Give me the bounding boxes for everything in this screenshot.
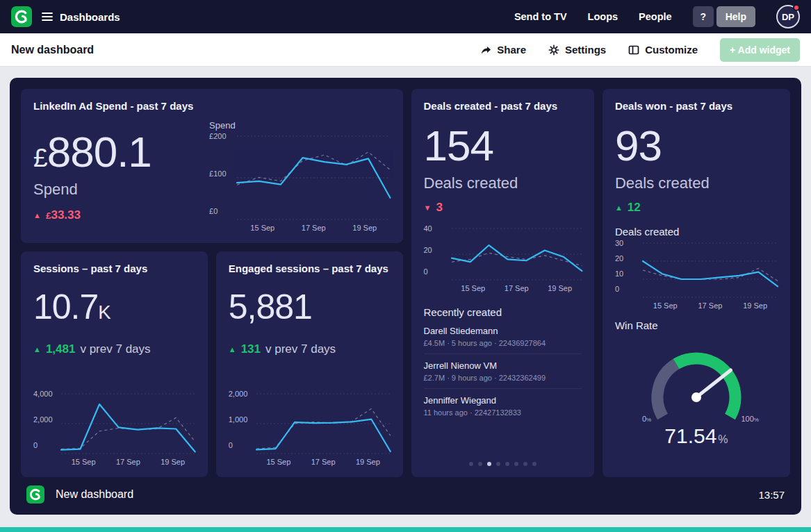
- widget-deals-created[interactable]: Deals created - past 7 days 154 Deals cr…: [411, 89, 594, 477]
- canvas: LinkedIn Ad Spend - past 7 days £880.1 S…: [0, 67, 811, 527]
- nav-people[interactable]: People: [639, 11, 672, 22]
- series-line: [61, 404, 195, 451]
- page-dot[interactable]: [505, 462, 509, 466]
- deals-created-chart: 4020015 Sep17 Sep19 Sep: [424, 228, 582, 292]
- share-label: Share: [497, 44, 526, 56]
- customize-button[interactable]: Customize: [628, 44, 698, 56]
- deals-created-delta: ▼ 3: [424, 201, 582, 215]
- toolbar-actions: Share Settings Customize + Add widget: [480, 38, 800, 62]
- arrow-up-icon: ▲: [33, 345, 41, 354]
- widget-title: Sessions – past 7 days: [33, 263, 195, 274]
- share-icon: [480, 44, 491, 56]
- chart-label: Spend: [209, 120, 390, 131]
- recently-created-heading: Recently created: [424, 306, 582, 318]
- chart-y-axis: 3020100: [615, 243, 643, 297]
- linkedin-spend-chart: £200£100£015 Sep17 Sep19 Sep: [209, 136, 390, 232]
- list-item[interactable]: Jerrell Nienow VM £2.7M · 9 hours ago · …: [424, 354, 582, 389]
- add-widget-button[interactable]: + Add widget: [720, 38, 800, 62]
- chart-y-axis: 2,0001,0000: [229, 394, 256, 454]
- gauge-min-label: 0%: [642, 415, 651, 423]
- page-dot[interactable]: [478, 462, 482, 466]
- arrow-down-icon: ▼: [424, 203, 432, 212]
- dashboards-menu-label: Dashboards: [60, 11, 120, 23]
- widget-grid: LinkedIn Ad Spend - past 7 days £880.1 S…: [21, 89, 790, 477]
- nav-left: Dashboards: [11, 6, 120, 27]
- chart-x-axis: 15 Sep17 Sep19 Sep: [424, 284, 582, 292]
- chart-plot: [256, 394, 391, 454]
- series-line: [256, 419, 391, 451]
- linkedin-chart-block: Spend £200£100£015 Sep17 Sep19 Sep: [209, 120, 390, 232]
- linkedin-body: £880.1 Spend ▲ £33.33 Spend £200£100£015…: [33, 112, 391, 232]
- hamburger-icon: [42, 11, 53, 23]
- settings-label: Settings: [565, 44, 606, 56]
- share-button[interactable]: Share: [480, 44, 526, 56]
- chart-plot: [237, 136, 390, 219]
- arrow-up-icon: ▲: [229, 345, 236, 354]
- chart-x-axis: 15 Sep17 Sep19 Sep: [229, 458, 391, 466]
- avatar-initials: DP: [782, 12, 794, 22]
- page-dot[interactable]: [496, 462, 500, 466]
- sessions-chart: 4,0002,000015 Sep17 Sep19 Sep: [33, 394, 195, 466]
- deals-won-label: Deals created: [615, 174, 778, 192]
- avatar[interactable]: DP: [776, 5, 800, 28]
- deals-created-label: Deals created: [424, 174, 582, 192]
- engaged-value: 5,881: [229, 290, 391, 324]
- widget-linkedin-ad-spend[interactable]: LinkedIn Ad Spend - past 7 days £880.1 S…: [21, 89, 403, 243]
- page-dot[interactable]: [487, 462, 491, 466]
- widget-deals-won[interactable]: Deals won - past 7 days 93 Deals created…: [603, 89, 790, 477]
- nav-right: Send to TV Loops People ? Help DP: [514, 5, 800, 28]
- customize-icon: [628, 44, 639, 56]
- chart-plot: [61, 394, 195, 454]
- page-dot[interactable]: [514, 462, 518, 466]
- unit-suffix: K: [98, 301, 110, 323]
- chart-plot: [643, 243, 778, 297]
- settings-button[interactable]: Settings: [548, 44, 606, 56]
- customize-label: Customize: [645, 44, 698, 56]
- comparison-line: [61, 417, 195, 449]
- widget-engaged-sessions[interactable]: Engaged sessions – past 7 days 5,881 ▲ 1…: [216, 251, 403, 477]
- page-dot[interactable]: [532, 462, 536, 466]
- dashboard-toolbar: New dashboard Share Settings Customize +…: [0, 33, 811, 67]
- board-footer: New dashboard 13:57: [21, 477, 790, 504]
- board-footer-title: New dashboard: [56, 488, 133, 501]
- currency-symbol: £: [33, 143, 47, 172]
- geckoboard-logo-icon[interactable]: [11, 6, 32, 27]
- dashboards-menu-button[interactable]: Dashboards: [42, 11, 120, 23]
- spend-label: Spend: [33, 181, 194, 199]
- nav-loops[interactable]: Loops: [588, 11, 619, 22]
- widget-title: Deals created - past 7 days: [424, 100, 582, 112]
- chart-x-axis: 15 Sep17 Sep19 Sep: [209, 224, 390, 232]
- help-question-button[interactable]: ?: [693, 6, 714, 27]
- help-group: ? Help: [693, 6, 755, 27]
- deals-won-delta: ▲ 12: [615, 201, 778, 215]
- notification-dot: [793, 4, 800, 11]
- sessions-value: 10.7K: [33, 290, 195, 324]
- deals-won-value: 93: [615, 124, 778, 167]
- widget-sessions[interactable]: Sessions – past 7 days 10.7K ▲ 1,481 v p…: [21, 251, 208, 477]
- chart-plot: [452, 228, 582, 280]
- win-rate-value: 71.54%: [615, 424, 778, 448]
- engaged-sessions-chart: 2,0001,000015 Sep17 Sep19 Sep: [229, 394, 391, 466]
- engaged-delta: ▲ 131 v prev 7 days: [229, 342, 391, 356]
- page-dot[interactable]: [469, 462, 473, 466]
- widget-title: Engaged sessions – past 7 days: [229, 263, 391, 274]
- deals-won-chart-label: Deals created: [615, 226, 778, 238]
- recently-created-list: Darell Stiedemann £4.5M · 5 hours ago · …: [424, 319, 582, 423]
- comparison-line: [256, 409, 391, 449]
- sessions-delta: ▲ 1,481 v prev 7 days: [33, 342, 195, 356]
- series-line: [643, 261, 778, 286]
- deals-won-chart: 302010015 Sep17 Sep19 Sep: [615, 243, 778, 310]
- help-button[interactable]: Help: [716, 6, 755, 27]
- list-item[interactable]: Darell Stiedemann £4.5M · 5 hours ago · …: [424, 319, 582, 354]
- page-dot[interactable]: [523, 462, 527, 466]
- list-item[interactable]: Jenniffer Wiegand 11 hours ago · 2242713…: [424, 389, 582, 423]
- win-rate-label: Win Rate: [615, 319, 778, 331]
- dashboard-board: LinkedIn Ad Spend - past 7 days £880.1 S…: [10, 78, 801, 515]
- win-rate-block: Win Rate 0% 100% 71.54%: [615, 319, 778, 466]
- page-title: New dashboard: [11, 44, 94, 56]
- pagination-dots: [424, 456, 582, 466]
- chart-y-axis: £200£100£0: [209, 136, 237, 219]
- nav-send-to-tv[interactable]: Send to TV: [514, 11, 567, 22]
- widget-title: LinkedIn Ad Spend - past 7 days: [33, 100, 391, 112]
- deals-created-value: 154: [424, 124, 582, 167]
